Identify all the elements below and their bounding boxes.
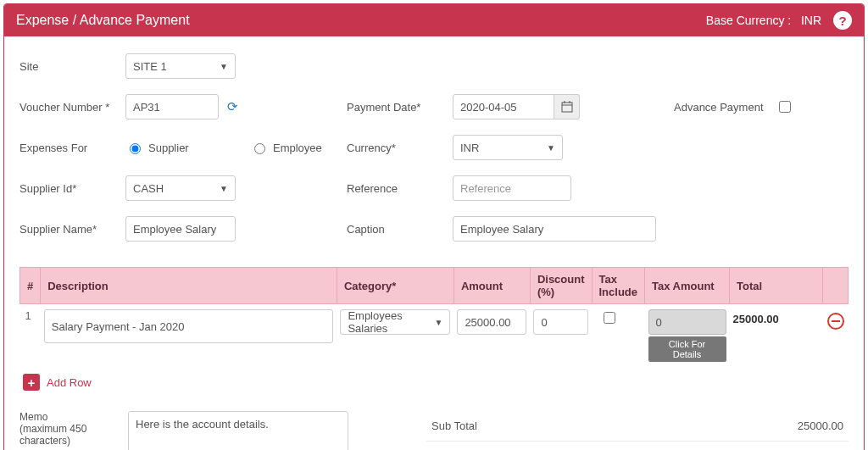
site-field: Site SITE 1 ▼ bbox=[19, 53, 333, 79]
advance-payment-label: Advance Payment bbox=[674, 101, 764, 114]
caret-down-icon: ▼ bbox=[434, 318, 442, 327]
subtotal-label: Sub Total bbox=[431, 419, 477, 432]
page-title: Expense / Advance Payment bbox=[16, 13, 190, 28]
reference-input[interactable] bbox=[453, 175, 571, 201]
panel-header: Expense / Advance Payment Base Currency … bbox=[4, 4, 864, 36]
caption-field: Caption bbox=[347, 216, 660, 242]
expenses-for-label: Expenses For bbox=[19, 142, 125, 154]
add-row-button[interactable]: + Add Row bbox=[23, 374, 849, 391]
totals-block: Sub Total 25000.00 Discount Cash ▼ % ▼ bbox=[426, 411, 849, 450]
voucher-field: Voucher Number * ⟳ bbox=[19, 94, 333, 119]
supplier-id-label: Supplier Id* bbox=[19, 182, 125, 195]
expenses-for-employee[interactable]: Employee bbox=[250, 141, 356, 154]
col-total: Total bbox=[730, 268, 823, 304]
col-tax-include: Tax Include bbox=[592, 268, 645, 304]
col-category: Category* bbox=[337, 268, 453, 304]
caption-label: Caption bbox=[347, 223, 453, 236]
advance-payment-checkbox[interactable] bbox=[779, 101, 791, 113]
payment-date-input[interactable] bbox=[453, 94, 554, 119]
employee-radio[interactable] bbox=[254, 143, 265, 154]
reference-field: Reference bbox=[347, 175, 660, 201]
row-description-input[interactable] bbox=[44, 309, 334, 343]
caret-down-icon: ▼ bbox=[547, 143, 555, 153]
expense-panel: Expense / Advance Payment Base Currency … bbox=[3, 3, 865, 450]
currency-label: Currency* bbox=[347, 142, 453, 154]
supplier-name-input[interactable] bbox=[125, 216, 236, 242]
site-label: Site bbox=[19, 60, 125, 73]
row-tax-include-checkbox[interactable] bbox=[604, 312, 615, 324]
col-tax-amount: Tax Amount bbox=[645, 268, 730, 304]
plus-icon: + bbox=[23, 374, 40, 391]
supplier-name-label: Supplier Name* bbox=[19, 223, 125, 236]
voucher-label: Voucher Number * bbox=[19, 101, 125, 114]
svg-rect-0 bbox=[562, 103, 572, 112]
delete-row-icon[interactable] bbox=[827, 313, 844, 330]
calendar-icon[interactable] bbox=[554, 94, 580, 119]
site-select[interactable]: SITE 1 ▼ bbox=[125, 53, 236, 79]
lines-table: # Description Category* Amount Discount … bbox=[19, 267, 849, 367]
row-index: 1 bbox=[20, 304, 41, 368]
col-num: # bbox=[20, 268, 41, 304]
advance-payment-field: Advance Payment bbox=[674, 98, 849, 115]
currency-select[interactable]: INR ▼ bbox=[453, 135, 563, 160]
base-currency: Base Currency : INR bbox=[706, 14, 821, 27]
expenses-for-field: Expenses For Supplier Employee bbox=[19, 141, 333, 154]
caret-down-icon: ▼ bbox=[220, 184, 228, 193]
row-amount-input[interactable] bbox=[457, 309, 526, 335]
col-amount: Amount bbox=[453, 268, 530, 304]
currency-field: Currency* INR ▼ bbox=[347, 135, 660, 160]
col-discount: Discount (%) bbox=[530, 268, 592, 304]
row-tax-amount: 0 bbox=[648, 309, 726, 335]
row-category-select[interactable]: Employees Salaries ▼ bbox=[340, 309, 450, 335]
supplier-id-field: Supplier Id* CASH ▼ bbox=[19, 175, 333, 201]
refresh-icon[interactable]: ⟳ bbox=[227, 99, 238, 114]
supplier-id-select[interactable]: CASH ▼ bbox=[125, 175, 236, 201]
reference-label: Reference bbox=[347, 182, 453, 195]
table-row: 1 Employees Salaries ▼ 0 bbox=[20, 304, 849, 368]
payment-date-field: Payment Date* bbox=[347, 94, 660, 119]
caption-input[interactable] bbox=[453, 216, 656, 242]
voucher-input[interactable] bbox=[125, 94, 219, 119]
caret-down-icon: ▼ bbox=[220, 62, 228, 71]
memo-block: Memo (maximum 450 characters) bbox=[19, 411, 392, 450]
memo-label: Memo (maximum 450 characters) bbox=[19, 411, 113, 450]
col-description: Description bbox=[41, 268, 337, 304]
expenses-for-supplier[interactable]: Supplier bbox=[125, 141, 231, 154]
subtotal-value: 25000.00 bbox=[798, 419, 843, 432]
help-icon[interactable]: ? bbox=[833, 11, 852, 30]
payment-date-label: Payment Date* bbox=[347, 101, 453, 114]
supplier-name-field: Supplier Name* bbox=[19, 216, 333, 242]
row-total: 25000.00 bbox=[730, 304, 823, 368]
supplier-radio[interactable] bbox=[130, 143, 141, 154]
click-for-details-button[interactable]: Click For Details bbox=[648, 336, 726, 362]
row-discount-input[interactable] bbox=[533, 309, 588, 335]
memo-textarea[interactable] bbox=[128, 411, 348, 450]
